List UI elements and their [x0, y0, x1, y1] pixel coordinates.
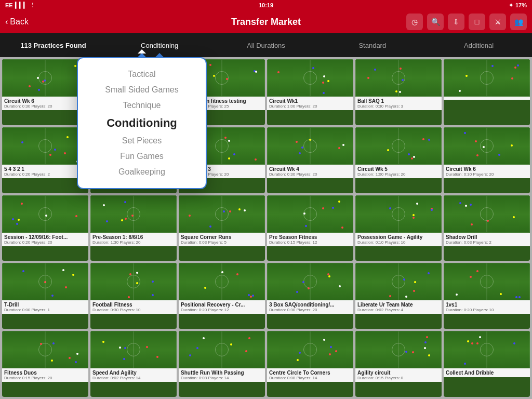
dropdown-conditioning[interactable]: Conditioning: [78, 113, 206, 133]
practice-title: Centre Circle To Corners: [269, 370, 351, 376]
practice-field-image: [2, 127, 88, 165]
back-button[interactable]: ‹ Back: [5, 17, 29, 26]
practice-meta: Duration: 0:15 Players: 12: [269, 240, 351, 245]
grid-item[interactable]: Session - 12/09/16: Foot...Duration: 0:2…: [2, 195, 88, 261]
search-icon-button[interactable]: 🔍: [427, 14, 444, 30]
practice-title: Circuit Wk 5: [357, 166, 440, 172]
grid-item[interactable]: 5 4 3 2 1Duration: 0:20 Players: 2: [2, 127, 88, 193]
practice-title: Speed And Agility: [92, 370, 175, 376]
practice-field-image: FREE: [267, 331, 353, 368]
nav-bar: ‹ Back Transfer Market ◷ 🔍 ⇩ □ ⚔ 👥: [0, 10, 532, 33]
grid-item[interactable]: FREEPre-Season 1: 8/6/16Duration: 1:30 P…: [90, 195, 177, 261]
practice-field-image: [2, 331, 88, 368]
dropdown-small-sided[interactable]: Small Sided Games: [78, 82, 206, 98]
conditioning-tab-label: Conditioning: [141, 42, 178, 49]
practice-field-image: FREE: [444, 127, 530, 165]
grid-item[interactable]: FREELiberate Ur Team MateDuration: 0:02 …: [355, 263, 442, 329]
practice-field-image: FREE: [444, 331, 530, 368]
practice-field-image: FREE: [355, 59, 442, 97]
grid-item[interactable]: FREEShadow DrillDuration: 0:03 Players: …: [444, 195, 530, 261]
grid-item[interactable]: FREECircuit Wk 4Duration: 0:30 Players: …: [267, 127, 353, 193]
grid-item[interactable]: FREEPossession Game - AgilityDuration: 0…: [355, 195, 442, 261]
practice-title: Fitness Duos: [4, 370, 86, 376]
page-title: Transfer Market: [231, 17, 301, 28]
practice-meta: Duration: 0:30 Players: 3: [357, 104, 440, 109]
dropdown-arrow-inner: [138, 49, 146, 54]
carrier-label: EE: [5, 2, 13, 8]
grid-item[interactable]: FREECircuit Wk1Duration: 1:00 Players: 2…: [267, 59, 353, 125]
practice-title: Pre-Season 1: 8/6/16: [92, 234, 175, 240]
practice-meta: Duration: 0:30 Players: 20: [4, 104, 86, 109]
category-dropdown[interactable]: Tactical Small Sided Games Technique Con…: [77, 57, 207, 189]
dropdown-tactical[interactable]: Tactical: [78, 66, 206, 82]
practice-field-image: FREE: [444, 263, 530, 300]
filter-count: 113 Practices Found: [0, 33, 107, 57]
practice-meta: Duration: 1:30 Players: 20: [92, 240, 175, 245]
grid-item[interactable]: FREE: [444, 59, 530, 125]
grid-item[interactable]: FREECircuit Wk 6Duration: 0:30 Players: …: [444, 127, 530, 193]
practice-field-image: FREE: [90, 195, 177, 233]
practice-meta: Duration: 0:03 Players: 5: [181, 240, 263, 245]
practice-title: Circuit Wk1: [269, 98, 351, 104]
grid-item[interactable]: FREESpeed And AgilityDuration: 0:02 Play…: [90, 331, 177, 397]
download-icon-button[interactable]: ⇩: [448, 14, 464, 30]
grid-item[interactable]: FREEFootball FitnessDuration: 0:30 Playe…: [90, 263, 177, 329]
dropdown-goalkeeping[interactable]: Goalkeeping: [78, 164, 206, 180]
filter-tab-conditioning[interactable]: Conditioning: [107, 33, 213, 57]
grid-item[interactable]: FREEShuttle Run With PassingDuration: 0:…: [179, 331, 265, 397]
grid-item[interactable]: FREEAgility circuitDuration: 0:15 Player…: [355, 331, 442, 397]
practice-meta: Duration: 0:30 Players: 20: [269, 172, 351, 177]
filter-bar: 113 Practices Found Conditioning All Dur…: [0, 33, 532, 57]
clock-icon-button[interactable]: ◷: [406, 14, 423, 30]
practice-title: Agility circuit: [357, 370, 440, 376]
practice-field-image: FREE: [179, 195, 265, 233]
practice-field-image: FREE: [179, 331, 265, 368]
grid-item[interactable]: FREEPositional Recovery - Cr...Duration:…: [179, 263, 265, 329]
grid-item[interactable]: FREECollect And Dribble: [444, 331, 530, 397]
wifi-icon: ⋮: [30, 2, 35, 9]
practice-meta: Duration: 0:30 Players: 20: [446, 172, 528, 177]
practice-field-image: FREE: [355, 331, 442, 368]
filter-tab-standard[interactable]: Standard: [319, 33, 425, 57]
grid-item[interactable]: FREECentre Circle To CornersDuration: 0:…: [267, 331, 353, 397]
practice-title: Session - 12/09/16: Foot...: [4, 234, 86, 240]
grid-item[interactable]: FREE3 Box SAQ/conditioning/...Duration: …: [267, 263, 353, 329]
grid-item[interactable]: Fitness DuosDuration: 0:15 Players: 20: [2, 331, 88, 397]
grid-item[interactable]: FREE1vs1Duration: 0:20 Players: 10: [444, 263, 530, 329]
practice-title: Circuit Wk 6: [4, 98, 86, 104]
back-label: Back: [10, 17, 29, 26]
practice-title: Square Corner Runs: [181, 234, 263, 240]
practice-field-image: FREE: [90, 263, 177, 300]
dropdown-technique[interactable]: Technique: [78, 98, 206, 113]
dropdown-fun-games[interactable]: Fun Games: [78, 149, 206, 164]
practice-field-image: FREE: [355, 195, 442, 233]
practice-meta: Duration: 0:30 Players: 10: [92, 308, 175, 312]
all-durations-tab-label: All Durations: [247, 42, 285, 49]
grid-item[interactable]: FREEPre Season FitnessDuration: 0:15 Pla…: [267, 195, 353, 261]
practice-field-image: [2, 195, 88, 233]
dropdown-set-pieces[interactable]: Set Pieces: [78, 133, 206, 149]
practice-title: Positional Recovery - Cr...: [181, 302, 263, 308]
status-time: 10:19: [259, 2, 273, 8]
practice-meta: Duration: 0:30 Players: 20: [269, 308, 351, 312]
grid-item[interactable]: FREECircuit Wk 6Duration: 0:30 Players: …: [2, 59, 88, 125]
dropdown-arrow: [137, 53, 147, 58]
filter-icon-button[interactable]: ⚔: [489, 14, 506, 30]
battery-label: 17%: [515, 2, 527, 8]
practice-meta: Duration: 0:08 Players: 14: [269, 376, 351, 380]
grid-item[interactable]: FREEBall SAQ 1Duration: 0:30 Players: 3: [355, 59, 442, 125]
grid-item[interactable]: FREECircuit Wk 5Duration: 1:00 Players: …: [355, 127, 442, 193]
practice-title: 3 Box SAQ/conditioning/...: [269, 302, 351, 308]
bluetooth-icon: ✦: [509, 2, 513, 9]
practice-field-image: FREE: [90, 331, 177, 368]
status-bar: EE ▎▎▎ ⋮ 10:19 ✦ 17%: [0, 0, 532, 10]
people-icon-button[interactable]: 👥: [510, 14, 527, 30]
practice-meta: Duration: 0:20 Players: 20: [4, 240, 86, 245]
filter-tab-additional[interactable]: Additional: [425, 33, 532, 57]
practice-title: T-Drill: [4, 302, 86, 308]
practice-meta: Duration: 0:03 Players: 2: [446, 240, 528, 245]
share-icon-button[interactable]: □: [469, 14, 485, 30]
filter-tab-all-durations[interactable]: All Durations: [213, 33, 320, 57]
grid-item[interactable]: T-DrillDuration: 0:00 Players: 1: [2, 263, 88, 329]
grid-item[interactable]: FREESquare Corner RunsDuration: 0:03 Pla…: [179, 195, 265, 261]
